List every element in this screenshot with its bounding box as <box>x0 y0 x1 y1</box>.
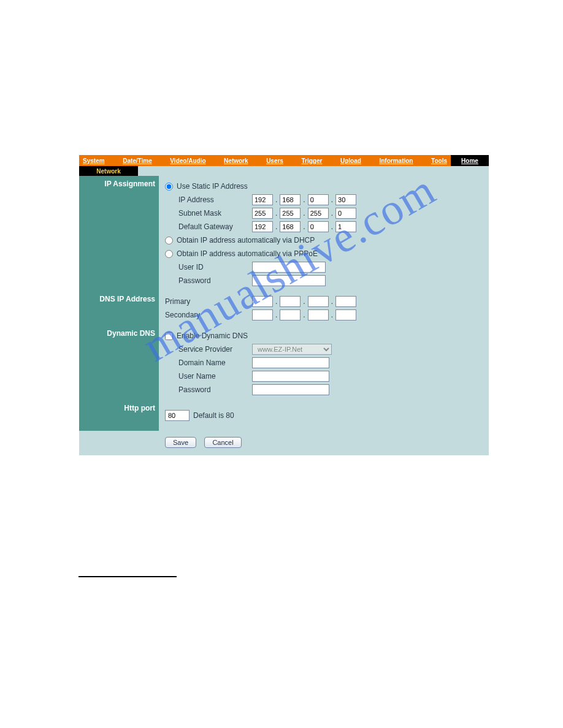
gw-octet-1[interactable] <box>252 221 273 232</box>
dot-icon: . <box>329 297 335 306</box>
save-button[interactable]: Save <box>165 437 196 448</box>
section-title-ip-assignment: IP Assignment <box>79 176 159 291</box>
ddns-user-input[interactable] <box>252 371 329 382</box>
nav-datetime[interactable]: Date/Time <box>123 157 152 164</box>
label-pppoe-pass: Password <box>178 276 252 285</box>
nav-upload[interactable]: Upload <box>340 157 361 164</box>
label-ip-address: IP Address <box>178 195 252 204</box>
dot-icon: . <box>273 222 280 231</box>
label-ddns-provider: Service Provider <box>178 345 252 354</box>
cancel-button[interactable]: Cancel <box>204 437 241 448</box>
nav-network[interactable]: Network <box>224 157 248 164</box>
dot-icon: . <box>301 311 307 319</box>
dns1-octet-4[interactable] <box>335 296 356 307</box>
label-ddns-user: User Name <box>178 372 252 381</box>
radio-dhcp[interactable] <box>165 237 173 245</box>
radio-static-ip[interactable] <box>165 183 173 191</box>
dot-icon: . <box>301 222 307 231</box>
nav-system[interactable]: System <box>83 157 105 164</box>
label-gateway: Default Gateway <box>178 222 252 231</box>
dot-icon: . <box>329 222 335 231</box>
pppoe-user-input[interactable] <box>252 262 326 273</box>
label-http-hint: Default is 80 <box>193 411 234 420</box>
http-port-input[interactable] <box>165 410 190 421</box>
dot-icon: . <box>301 209 307 218</box>
ddns-domain-input[interactable] <box>252 357 329 368</box>
dot-icon: . <box>273 311 280 319</box>
dns1-octet-2[interactable] <box>280 296 301 307</box>
top-nav: System Date/Time Video/Audio Network Use… <box>79 155 489 166</box>
nav-users[interactable]: Users <box>266 157 283 164</box>
pppoe-pass-input[interactable] <box>252 275 326 286</box>
gw-octet-4[interactable] <box>335 221 356 232</box>
ip-octet-1[interactable] <box>252 194 273 205</box>
sub-nav: Network <box>79 166 489 176</box>
dot-icon: . <box>273 209 280 218</box>
dns1-octet-1[interactable] <box>252 296 273 307</box>
dot-icon: . <box>329 209 335 218</box>
label-enable-ddns: Enable Dynamic DNS <box>177 332 248 340</box>
dns2-octet-2[interactable] <box>280 309 301 320</box>
dot-icon: . <box>273 297 280 306</box>
nav-home[interactable]: Home <box>461 157 478 164</box>
ip-octet-2[interactable] <box>280 194 301 205</box>
label-pppoe-user: User ID <box>178 263 252 271</box>
section-title-http-port: Http port <box>79 400 159 431</box>
ddns-pass-input[interactable] <box>252 384 329 395</box>
nav-tools[interactable]: Tools <box>431 157 447 164</box>
nav-trigger[interactable]: Trigger <box>302 157 323 164</box>
dot-icon: . <box>329 311 335 319</box>
dns2-octet-3[interactable] <box>308 309 329 320</box>
label-static-ip: Use Static IP Address <box>177 182 248 191</box>
label-dns-secondary: Secondary <box>165 311 252 319</box>
ddns-provider-select[interactable]: www.EZ-IP.Net <box>252 344 332 355</box>
dns1-octet-3[interactable] <box>308 296 329 307</box>
sub-nav-current: Network <box>79 166 138 176</box>
label-dhcp: Obtain IP address automatically via DHCP <box>177 236 315 245</box>
dot-icon: . <box>329 195 335 204</box>
nav-information[interactable]: Information <box>379 157 413 164</box>
gw-octet-3[interactable] <box>308 221 329 232</box>
ip-octet-3[interactable] <box>308 194 329 205</box>
label-ddns-domain: Domain Name <box>178 358 252 367</box>
dot-icon: . <box>301 195 307 204</box>
divider-line <box>79 576 177 577</box>
label-ddns-pass: Password <box>178 385 252 394</box>
gw-octet-2[interactable] <box>280 221 301 232</box>
radio-pppoe[interactable] <box>165 250 173 258</box>
dns2-octet-4[interactable] <box>335 309 356 320</box>
section-title-dns: DNS IP Address <box>79 291 159 325</box>
section-title-ddns: Dynamic DNS <box>79 325 159 400</box>
dot-icon: . <box>273 195 280 204</box>
mask-octet-2[interactable] <box>280 208 301 219</box>
label-pppoe: Obtain IP address automatically via PPPo… <box>177 249 318 258</box>
mask-octet-1[interactable] <box>252 208 273 219</box>
config-panel: System Date/Time Video/Audio Network Use… <box>79 154 489 456</box>
nav-videoaudio[interactable]: Video/Audio <box>170 157 205 164</box>
label-dns-primary: Primary <box>165 297 252 306</box>
checkbox-enable-ddns[interactable] <box>165 332 173 340</box>
mask-octet-4[interactable] <box>335 208 356 219</box>
dns2-octet-1[interactable] <box>252 309 273 320</box>
ip-octet-4[interactable] <box>335 194 356 205</box>
label-subnet-mask: Subnet Mask <box>178 209 252 218</box>
mask-octet-3[interactable] <box>308 208 329 219</box>
dot-icon: . <box>301 297 307 306</box>
